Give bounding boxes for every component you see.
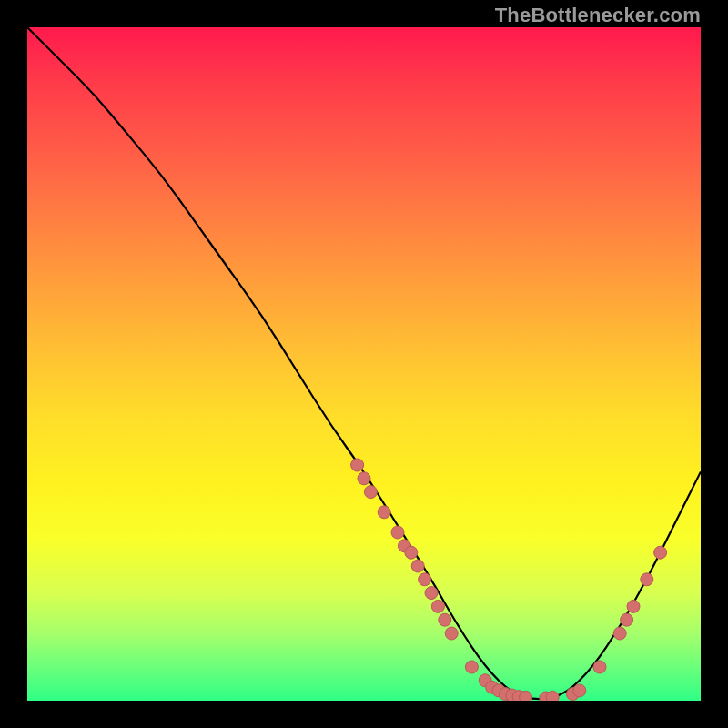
data-marker (621, 613, 633, 626)
data-marker (573, 684, 586, 697)
data-marker (627, 600, 640, 612)
data-marker (546, 691, 559, 701)
data-marker (613, 627, 626, 640)
data-marker (654, 546, 667, 559)
bottleneck-curve (27, 27, 701, 699)
plot-area (27, 27, 701, 701)
data-marker (378, 506, 390, 519)
data-marker (445, 627, 458, 640)
data-marker (391, 526, 404, 539)
data-marker (351, 459, 364, 471)
data-marker (520, 691, 532, 701)
data-marker (425, 587, 438, 600)
data-marker (439, 613, 451, 626)
data-marker (411, 560, 424, 572)
chart-svg (27, 27, 701, 701)
data-marker (641, 573, 653, 586)
data-marker (593, 661, 606, 673)
watermark-text: TheBottlenecker.com (495, 4, 701, 27)
data-marker (465, 661, 478, 673)
data-marker (431, 600, 444, 612)
marker-layer (351, 459, 667, 701)
data-marker (419, 573, 431, 586)
data-marker (405, 546, 418, 559)
data-marker (364, 486, 377, 499)
chart-stage: TheBottlenecker.com (0, 0, 728, 728)
data-marker (358, 472, 370, 485)
